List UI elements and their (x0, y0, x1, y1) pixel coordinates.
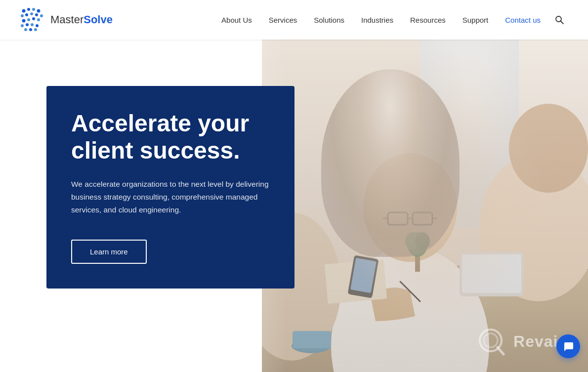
logo-text: MasterSolve (50, 13, 113, 26)
hero-body-text: We accelerate organizations to the next … (71, 178, 269, 216)
svg-rect-41 (460, 252, 524, 296)
svg-rect-42 (462, 254, 521, 293)
svg-line-51 (498, 347, 504, 354)
logo-link[interactable]: MasterSolve (20, 7, 113, 33)
svg-point-28 (363, 153, 457, 262)
svg-point-2 (32, 8, 35, 11)
svg-rect-43 (325, 259, 387, 304)
svg-point-11 (32, 17, 35, 20)
nav-services[interactable]: Services (262, 12, 304, 28)
svg-point-27 (331, 247, 489, 372)
hero-card: Accelerate your client success. We accel… (46, 86, 294, 289)
svg-point-16 (36, 24, 39, 27)
svg-point-14 (26, 23, 29, 26)
svg-rect-23 (420, 40, 519, 227)
svg-point-39 (415, 232, 430, 250)
svg-rect-30 (413, 212, 432, 225)
revain-watermark: Revain (476, 326, 568, 357)
search-button[interactable] (550, 11, 568, 29)
svg-line-46 (400, 282, 420, 301)
learn-more-button[interactable]: Learn more (71, 240, 147, 264)
svg-line-21 (561, 21, 564, 24)
search-icon (554, 15, 564, 25)
svg-point-38 (405, 232, 420, 250)
chat-bubble-button[interactable] (556, 334, 580, 358)
chat-icon (562, 340, 574, 352)
svg-point-6 (30, 12, 33, 15)
hero-headline: Accelerate your client success. (71, 110, 270, 164)
svg-point-13 (21, 24, 24, 27)
mastersolve-logo-icon (20, 7, 45, 33)
svg-point-1 (27, 8, 30, 11)
hero-section: Accelerate your client success. We accel… (0, 40, 588, 372)
nav-support[interactable]: Support (456, 12, 496, 28)
nav-about-us[interactable]: About Us (214, 12, 259, 28)
svg-point-0 (22, 9, 26, 13)
nav-contact-us[interactable]: Contact us (498, 12, 547, 28)
svg-point-34 (479, 153, 588, 301)
svg-point-9 (22, 19, 26, 23)
main-nav: About Us Services Solutions Industries R… (214, 11, 568, 29)
nav-industries[interactable]: Industries (354, 12, 400, 28)
svg-rect-29 (388, 212, 408, 225)
svg-rect-47 (347, 255, 378, 298)
svg-point-10 (27, 18, 30, 21)
svg-point-35 (509, 104, 588, 193)
svg-rect-26 (262, 266, 588, 270)
hero-scene-svg (262, 40, 588, 372)
svg-point-7 (35, 13, 38, 16)
nav-solutions[interactable]: Solutions (307, 12, 351, 28)
site-header: MasterSolve About Us Services Solutions … (0, 0, 588, 40)
svg-point-37 (408, 232, 427, 257)
nav-resources[interactable]: Resources (403, 12, 453, 28)
svg-rect-36 (415, 247, 420, 272)
svg-point-15 (31, 23, 34, 26)
svg-rect-22 (262, 40, 588, 372)
svg-rect-45 (293, 331, 331, 348)
svg-point-17 (24, 28, 27, 31)
svg-point-4 (21, 14, 24, 17)
svg-point-50 (484, 333, 498, 347)
revain-logo-icon (476, 326, 507, 357)
svg-point-3 (37, 9, 41, 13)
svg-point-19 (34, 28, 37, 31)
svg-point-5 (25, 13, 28, 16)
svg-rect-48 (350, 258, 377, 293)
hero-background-image (262, 40, 588, 372)
svg-point-12 (37, 18, 40, 21)
svg-point-44 (292, 338, 331, 353)
svg-point-8 (40, 14, 43, 17)
svg-point-18 (29, 28, 32, 31)
